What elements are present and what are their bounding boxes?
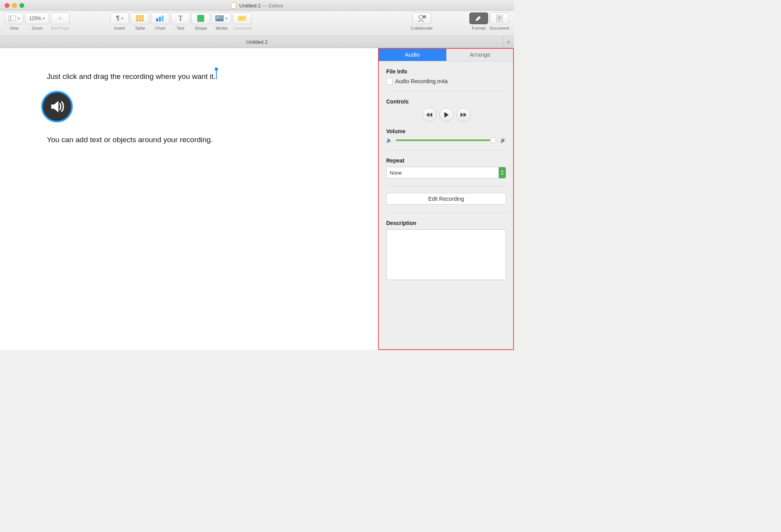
tab-strip: Untitled 2 +: [0, 36, 514, 48]
brush-icon: [474, 15, 483, 21]
rewind-icon: [426, 112, 432, 118]
media-icon: [215, 15, 224, 21]
text-icon: T: [178, 14, 183, 23]
toolbar: ▾ View 125%▾ Zoom + Add Page ¶▾ Insert T…: [0, 11, 514, 36]
speaker-icon: [48, 98, 66, 115]
file-name: Audio Recording.m4a: [395, 78, 448, 84]
zoom-value: 125%: [29, 16, 41, 21]
table-icon: [136, 15, 144, 21]
svg-rect-20: [496, 15, 503, 22]
divider: [386, 212, 506, 213]
body-text-line1[interactable]: Just click and drag the recording where …: [47, 72, 216, 81]
document-icon: [231, 2, 236, 9]
view-label: View: [9, 26, 19, 30]
inspector-tab-arrange[interactable]: Arrange: [446, 48, 514, 61]
forward-icon: [460, 112, 467, 118]
svg-rect-2: [136, 15, 144, 21]
zoom-window-button[interactable]: [20, 3, 24, 8]
view-button[interactable]: ▾: [5, 12, 23, 24]
svg-rect-0: [8, 16, 16, 21]
svg-rect-7: [156, 18, 158, 21]
window-title-name: Untitled 2: [239, 3, 261, 9]
shape-icon: [197, 15, 204, 22]
divider: [386, 186, 506, 186]
add-page-label: Add Page: [51, 26, 70, 30]
new-tab-button[interactable]: +: [503, 36, 514, 48]
text-label: Text: [177, 26, 184, 30]
select-caret-icon: [499, 167, 506, 178]
repeat-value: None: [390, 170, 402, 176]
plus-icon: +: [58, 14, 62, 23]
svg-rect-10: [197, 15, 204, 22]
audio-file-icon: [386, 78, 392, 85]
format-inspector: Audio Arrange File Info Audio Recording.…: [378, 48, 514, 350]
collaborate-button[interactable]: +: [412, 12, 431, 24]
format-button[interactable]: [469, 12, 488, 24]
document-button[interactable]: [490, 12, 509, 24]
collaborate-icon: +: [417, 14, 426, 22]
description-title: Description: [386, 220, 506, 226]
close-window-button[interactable]: [5, 3, 9, 8]
collaborate-label: Collaborate: [411, 26, 433, 30]
shape-button[interactable]: [191, 12, 210, 24]
comment-icon: [238, 16, 246, 21]
document-canvas[interactable]: Just click and drag the recording where …: [0, 48, 378, 350]
divider: [386, 91, 506, 91]
volume-title: Volume: [386, 128, 506, 134]
comment-button[interactable]: [233, 12, 251, 24]
media-label: Media: [216, 26, 227, 30]
document-label: Document: [490, 26, 509, 30]
svg-text:+: +: [424, 16, 425, 18]
minimize-window-button[interactable]: [12, 3, 17, 8]
body-text-line2[interactable]: You can add text or objects around your …: [47, 136, 213, 144]
repeat-title: Repeat: [386, 157, 506, 164]
controls-title: Controls: [386, 98, 506, 105]
volume-thumb[interactable]: [490, 137, 496, 143]
chart-icon: [156, 15, 164, 21]
text-button[interactable]: T: [171, 12, 190, 24]
window-controls: [5, 3, 24, 8]
play-icon: [444, 112, 449, 118]
comment-label: Comment: [233, 26, 251, 30]
table-button[interactable]: [130, 12, 149, 24]
insert-button[interactable]: ¶▾: [110, 12, 129, 24]
zoom-label: Zoom: [32, 26, 43, 30]
table-label: Table: [135, 26, 145, 30]
shape-label: Shape: [194, 26, 207, 30]
volume-slider[interactable]: [396, 139, 496, 141]
divider: [386, 150, 506, 150]
insert-label: Insert: [114, 26, 125, 30]
play-button[interactable]: [439, 108, 453, 122]
edit-recording-button[interactable]: Edit Recording: [386, 193, 506, 205]
rewind-button[interactable]: [422, 108, 436, 122]
tab-untitled2[interactable]: Untitled 2: [246, 39, 268, 45]
description-textarea[interactable]: [386, 229, 506, 280]
svg-rect-9: [162, 16, 164, 21]
pilcrow-icon: ¶: [116, 15, 119, 22]
chart-label: Chart: [155, 26, 166, 30]
audio-recording-object[interactable]: [41, 91, 73, 122]
repeat-select[interactable]: None: [386, 167, 506, 179]
inspector-tab-audio[interactable]: Audio: [378, 48, 446, 61]
file-info-title: File Info: [386, 68, 506, 75]
window-title: Untitled 2 — Edited: [0, 2, 514, 9]
volume-low-icon: 🔈: [386, 137, 392, 143]
svg-rect-8: [159, 17, 161, 21]
media-button[interactable]: ▾: [212, 12, 231, 24]
document-icon-toolbar: [496, 15, 503, 22]
view-icon: [8, 16, 16, 21]
format-label: Format: [472, 26, 485, 30]
window-title-suffix: — Edited: [261, 3, 283, 9]
chart-button[interactable]: [151, 12, 169, 24]
svg-point-17: [419, 15, 423, 19]
forward-button[interactable]: [456, 108, 471, 122]
file-info-row: Audio Recording.m4a: [386, 78, 506, 85]
zoom-button[interactable]: 125%▾: [25, 12, 49, 24]
svg-point-12: [217, 17, 219, 18]
add-page-button[interactable]: +: [51, 12, 70, 24]
volume-high-icon: 🔊: [500, 137, 506, 143]
title-bar: Untitled 2 — Edited: [0, 0, 514, 11]
